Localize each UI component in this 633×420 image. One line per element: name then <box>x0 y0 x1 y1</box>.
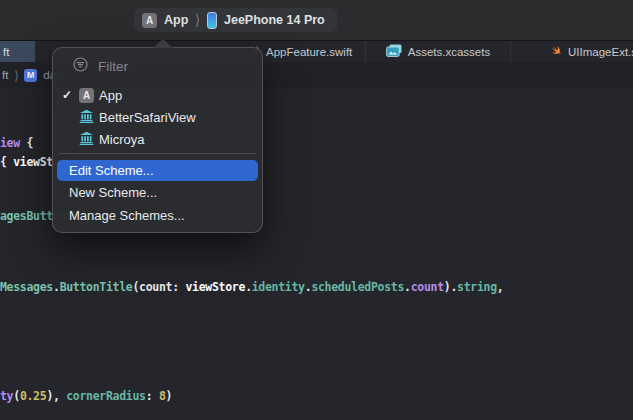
scheme-popup-menu: ✓ A App BetterSafariView Microya Edit Sc… <box>52 47 263 233</box>
scheme-item-label: BetterSafariView <box>99 110 196 125</box>
scheme-name: App <box>164 13 188 27</box>
scheme-item-bettersafariview[interactable]: BetterSafariView <box>53 106 262 128</box>
menu-item-label: Manage Schemes... <box>69 208 185 223</box>
tab-label: AppFeature.swift <box>266 46 352 58</box>
popup-arrow <box>153 39 173 48</box>
menu-separator <box>59 153 256 154</box>
scheme-item-label: App <box>99 88 122 103</box>
chevron-icon: ⟩ <box>195 11 200 29</box>
checkmark-icon: ✓ <box>62 88 72 102</box>
tab-label: ft <box>3 46 9 58</box>
method-symbol-badge: M <box>24 69 37 82</box>
breadcrumb-file[interactable]: ft <box>2 69 8 81</box>
menu-item-new-scheme[interactable]: New Scheme... <box>57 182 258 203</box>
library-icon <box>79 131 94 149</box>
app-target-icon: A <box>79 88 94 103</box>
code-line: Messages.ButtonTitle(count: viewStore.id… <box>0 280 503 294</box>
app-target-icon: A <box>142 13 157 28</box>
asset-catalog-icon <box>386 44 402 59</box>
xcode-window: A App ⟩ JeePhone 14 Pro ft AppFeature.sw… <box>0 0 633 420</box>
filter-icon <box>73 57 88 75</box>
scheme-item-microya[interactable]: Microya <box>53 128 262 150</box>
scheme-filter-row <box>53 55 262 77</box>
menu-item-manage-schemes[interactable]: Manage Schemes... <box>57 205 258 226</box>
tab-active-partial[interactable]: ft <box>0 41 35 62</box>
device-name: JeePhone 14 Pro <box>224 13 325 27</box>
code-line: ty(0.25), cornerRadius: 8) <box>0 389 172 403</box>
scheme-item-app[interactable]: ✓ A App <box>53 84 262 106</box>
toolbar: A App ⟩ JeePhone 14 Pro <box>0 0 633 41</box>
scheme-filter-input[interactable] <box>96 58 240 75</box>
tab-assets[interactable]: Assets.xcassets <box>365 41 510 62</box>
scheme-item-label: Microya <box>99 132 145 147</box>
menu-item-label: Edit Scheme... <box>69 163 154 178</box>
scheme-device-selector[interactable]: A App ⟩ JeePhone 14 Pro <box>134 8 337 32</box>
menu-item-label: New Scheme... <box>69 185 157 200</box>
library-icon <box>79 109 94 127</box>
iphone-simulator-icon <box>207 12 217 29</box>
tab-label: UIImageExt.swift <box>568 46 633 58</box>
code-line: iew { <box>0 136 33 150</box>
chevron-icon: ⟩ <box>14 68 18 82</box>
menu-item-edit-scheme[interactable]: Edit Scheme... <box>57 160 258 181</box>
tab-label: Assets.xcassets <box>408 46 490 58</box>
tab-uiimageext[interactable]: UIImageExt.swift <box>510 41 633 62</box>
swift-file-icon <box>549 44 562 59</box>
